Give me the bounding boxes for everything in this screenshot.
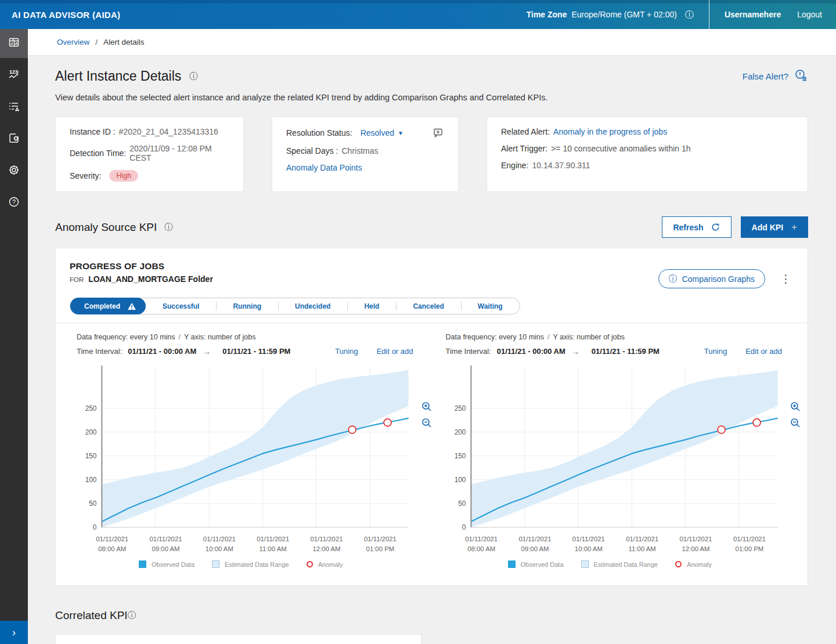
tab-completed[interactable]: Completed	[70, 298, 146, 314]
kpi-subtitle: LOAN_AND_MORTGAGE Folder	[88, 274, 213, 284]
timezone-value: Europe/Rome (GMT + 02:00)	[571, 10, 676, 19]
related-alert-label: Related Alert:	[501, 127, 550, 136]
correlated-kpi-card	[55, 634, 421, 644]
svg-text:50: 50	[458, 500, 466, 508]
svg-text:?: ?	[12, 198, 16, 205]
svg-text:01/11/202111:00 AM: 01/11/202111:00 AM	[626, 536, 658, 553]
page-description: View details about the selected alert in…	[55, 93, 808, 102]
breadcrumb: Overview / Alert details	[28, 29, 836, 56]
time-interval-to: 01/11/21 - 11:59 PM	[222, 347, 290, 356]
sidebar-expand-button[interactable]: ›	[0, 621, 28, 644]
kpi-chart-left[interactable]: 05010015020025001/11/202108:00 AM01/11/2…	[69, 363, 413, 557]
tab-canceled[interactable]: Canceled	[396, 298, 460, 314]
detection-time-label: Detection Time:	[70, 149, 126, 158]
time-interval-label: Time Interval:	[446, 347, 491, 356]
svg-text:100: 100	[454, 476, 466, 484]
breadcrumb-current: Alert details	[103, 38, 145, 46]
kebab-menu-icon[interactable]: ⋮	[778, 272, 794, 285]
timezone-info-icon[interactable]: ⓘ	[685, 9, 694, 20]
svg-text:200: 200	[85, 428, 97, 436]
comparison-graphs-label: Comparison Graphs	[682, 274, 755, 284]
legend-item-observed-data: Observed Data	[139, 560, 194, 568]
arrow-right-icon: →	[571, 346, 580, 356]
false-alert-label: False Alert?	[743, 71, 788, 81]
svg-text:250: 250	[454, 404, 466, 413]
tab-successful[interactable]: Successful	[146, 298, 216, 314]
sidebar-item-kpi-settings[interactable]	[0, 125, 28, 154]
zoom-out-icon[interactable]	[790, 418, 801, 428]
refresh-icon	[711, 222, 720, 232]
kpi-chart-right[interactable]: 05010015020025001/11/202108:00 AM01/11/2…	[438, 363, 783, 557]
plus-icon: +	[791, 222, 797, 233]
refresh-button[interactable]: Refresh	[662, 216, 731, 238]
y-axis-description: Y axis: number of jobs	[184, 333, 255, 341]
time-interval-to: 01/11/21 - 11:59 PM	[592, 347, 660, 356]
legend-swatch	[139, 560, 146, 568]
instance-card: Instance ID : #2020_21_04_1235413316 Det…	[55, 117, 244, 192]
dashboard-icon	[8, 37, 20, 50]
edit-or-add-link[interactable]: Edit or add	[745, 347, 782, 356]
add-comment-button[interactable]	[433, 127, 444, 139]
page-title-info-icon[interactable]: ⓘ	[189, 71, 197, 82]
add-kpi-label: Add KPI	[752, 223, 783, 232]
svg-text:123: 123	[9, 69, 18, 75]
svg-text:250: 250	[85, 404, 97, 413]
alert-trigger-value: >= 10 consecutive anomalies within 1h	[551, 144, 690, 153]
legend-swatch	[581, 560, 589, 568]
zoom-out-icon[interactable]	[421, 418, 432, 428]
breadcrumb-separator: /	[95, 38, 98, 46]
job-status-tabs: CompletedSuccessfulRunningUndecidedHeldC…	[70, 298, 520, 314]
engine-value: 10.14.37.90.311	[532, 161, 590, 170]
instance-id-label: Instance ID :	[70, 127, 116, 136]
false-alert-button[interactable]: False Alert?	[743, 68, 808, 84]
anomaly-source-kpi-info-icon[interactable]: ⓘ	[164, 222, 172, 233]
tab-waiting[interactable]: Waiting	[461, 298, 520, 314]
svg-text:50: 50	[89, 500, 97, 508]
svg-text:01/11/202110:00 AM: 01/11/202110:00 AM	[572, 536, 604, 553]
logout-button[interactable]: Logout	[797, 10, 836, 19]
chevron-down-icon: ▼	[398, 130, 403, 136]
false-alert-icon	[794, 68, 808, 84]
tuning-link[interactable]: Tuning	[335, 347, 358, 356]
related-alert-link[interactable]: Anomaly in the progress of jobs	[553, 127, 667, 136]
help-icon: ?	[8, 196, 20, 211]
svg-text:01/11/202109:00 AM: 01/11/202109:00 AM	[518, 536, 551, 553]
severity-badge: High	[109, 170, 138, 182]
legend-swatch	[212, 560, 219, 568]
sidebar-item-dashboard[interactable]	[0, 29, 28, 58]
correlated-kpi-info-icon[interactable]: ⓘ	[128, 610, 136, 621]
arrow-right-icon: →	[202, 346, 211, 356]
kpi-card: PROGRESS OF JOBS FOR LOAN_AND_MORTGAGE F…	[55, 248, 808, 586]
comparison-graphs-button[interactable]: ⓘ Comparison Graphs	[658, 269, 765, 288]
zoom-in-icon[interactable]	[790, 401, 801, 412]
resolution-status-label: Resolution Status:	[286, 128, 352, 138]
warning-icon	[127, 302, 136, 310]
tab-undecided[interactable]: Undecided	[278, 298, 347, 314]
svg-text:01/11/202101:00 PM: 01/11/202101:00 PM	[364, 536, 397, 553]
sidebar-item-help[interactable]: ?	[0, 189, 28, 218]
tab-held[interactable]: Held	[347, 298, 396, 314]
sidebar-item-settings[interactable]	[0, 157, 28, 186]
y-axis-description: Y axis: number of jobs	[553, 333, 625, 341]
zoom-in-icon[interactable]	[421, 401, 432, 412]
sidebar-item-alert-list[interactable]	[0, 93, 28, 122]
detection-time-value: 2020/11/09 - 12:08 PM CEST	[129, 144, 229, 162]
breadcrumb-overview[interactable]: Overview	[57, 38, 89, 46]
username[interactable]: Usernamehere	[709, 10, 797, 19]
edit-or-add-link[interactable]: Edit or add	[377, 347, 413, 356]
tab-running[interactable]: Running	[216, 298, 278, 314]
kpi-metrics-icon: 123	[8, 68, 20, 83]
sidebar-item-kpi-metrics[interactable]: 123	[0, 61, 28, 90]
chart-panel-right: Data frequency: every 10 mins/Y axis: nu…	[434, 333, 803, 570]
resolution-status-select[interactable]: Resolved ▼	[361, 128, 403, 138]
top-bar: AI DATA ADVISOR (AIDA) Time Zone Europe/…	[0, 0, 836, 29]
chart-panel-left: Data frequency: every 10 mins/Y axis: nu…	[65, 333, 434, 570]
charts-row: Data frequency: every 10 mins/Y axis: nu…	[56, 323, 808, 570]
timezone-label: Time Zone	[527, 10, 567, 19]
app-title: AI DATA ADVISOR (AIDA)	[0, 10, 120, 20]
anomaly-data-points-link[interactable]: Anomaly Data Points	[286, 163, 362, 172]
add-kpi-button[interactable]: Add KPI +	[741, 216, 808, 238]
legend-item-estimated-data-range: Estimated Data Range	[581, 560, 658, 568]
tuning-link[interactable]: Tuning	[704, 347, 727, 356]
kpi-subtitle-prefix: FOR	[70, 276, 84, 283]
